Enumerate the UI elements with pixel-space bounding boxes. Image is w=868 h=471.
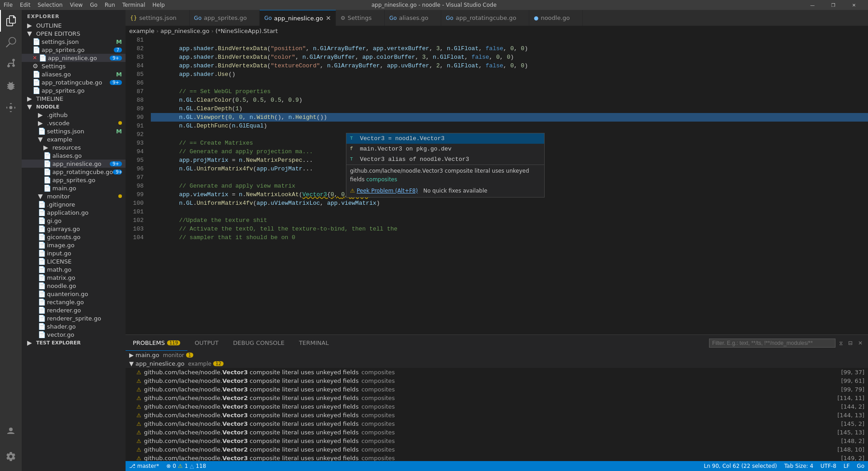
tab-close-app-nineslice[interactable]: ✕ [326, 15, 331, 21]
sidebar-aliases-go[interactable]: 📄 aliases.go [22, 151, 126, 160]
sidebar-editor-settings[interactable]: ⚙ Settings [22, 62, 126, 70]
tab-noodle[interactable]: ● noodle.go ✕ [529, 10, 583, 26]
sidebar-gi-go[interactable]: 📄 gi.go [22, 217, 126, 225]
sidebar-matrix-go[interactable]: 📄 matrix.go [22, 273, 126, 282]
sidebar-vector-go[interactable]: 📄 vector.go [22, 330, 126, 339]
status-ln-col[interactable]: Ln 90, Col 62 (22 selected) [700, 461, 780, 471]
sidebar-renderer-sprite-go[interactable]: 📄 renderer_sprite.go [22, 314, 126, 322]
sidebar-editor-app-rotatingcube[interactable]: 📄 app_rotatingcube.go 9+ [22, 78, 126, 86]
sidebar-monitor[interactable]: ▼ monitor [22, 192, 126, 200]
sidebar-main-go-example[interactable]: 📄 main.go [22, 184, 126, 192]
menu-help[interactable]: Help [153, 2, 165, 8]
activity-scm[interactable] [0, 53, 22, 75]
sidebar-outline[interactable]: ▶ OUTLINE [22, 21, 126, 29]
problem-item[interactable]: ⚠github.com/lachee/noodle.Vector3 compos… [126, 385, 868, 394]
collapse-all-icon[interactable]: ⊟ [846, 339, 854, 347]
minimize-button[interactable]: — [802, 0, 823, 10]
problem-group-main[interactable]: ▶ main.go monitor 1 [126, 351, 868, 359]
sidebar-resources[interactable]: ▶ resources [22, 143, 126, 151]
sidebar-editor-aliases[interactable]: 📄 aliases.go M [22, 70, 126, 78]
status-errors[interactable]: ⊗ 0 ⚠ 1 △ 118 [163, 461, 210, 471]
close-panel-icon[interactable]: ✕ [856, 339, 864, 347]
panel-tab-debug-console[interactable]: DEBUG CONSOLE [226, 335, 292, 351]
status-encoding[interactable]: UTF-8 [817, 461, 840, 471]
menu-go[interactable]: Go [90, 2, 98, 8]
sidebar-app-sprites-go[interactable]: 📄 app_sprites.go [22, 176, 126, 184]
status-branch[interactable]: ⎇ master* [126, 461, 163, 471]
problem-item[interactable]: ⚠github.com/lachee/noodle.Vector3 compos… [126, 437, 868, 445]
maximize-button[interactable]: ❐ [823, 0, 844, 10]
filter-icon[interactable]: ⧖ [837, 339, 845, 347]
sidebar-vscode[interactable]: ▶ .vscode [22, 119, 126, 127]
sidebar-settings-json[interactable]: 📄 settings.json M [22, 127, 126, 135]
sidebar-renderer-go[interactable]: 📄 renderer.go [22, 306, 126, 314]
breadcrumb-file[interactable]: app_nineslice.go [160, 28, 210, 34]
sidebar-scroll[interactable]: ▶ OUTLINE ▼ OPEN EDITORS 📄 settings.json… [22, 21, 126, 471]
status-tab-size[interactable]: Tab Size: 4 [781, 461, 817, 471]
tab-app-sprites[interactable]: Go app_sprites.go ✕ [190, 10, 260, 26]
problem-item[interactable]: ⚠github.com/lachee/noodle.Vector3 compos… [126, 454, 868, 461]
menu-terminal[interactable]: Terminal [122, 2, 145, 8]
status-language[interactable]: Go [853, 461, 868, 471]
breadcrumb-example[interactable]: example [129, 28, 154, 34]
menu-edit[interactable]: Edit [20, 2, 30, 8]
peek-problem-link[interactable]: Peek Problem (Alt+F8) [357, 187, 418, 195]
tab-aliases[interactable]: Go aliases.go ✕ [385, 10, 441, 26]
activity-debug[interactable] [0, 75, 22, 97]
status-line-ending[interactable]: LF [840, 461, 854, 471]
sidebar-test-explorer[interactable]: ▶ TEST EXPLORER [22, 339, 126, 347]
tab-settings[interactable]: ⚙ Settings ✕ [336, 10, 385, 26]
panel-tab-problems[interactable]: PROBLEMS 119 [126, 335, 187, 351]
tab-settings-json[interactable]: {} settings.json ✕ [126, 10, 190, 26]
sidebar-shader-go[interactable]: 📄 shader.go [22, 322, 126, 330]
problem-item[interactable]: ⚠github.com/lachee/noodle.Vector3 compos… [126, 402, 868, 411]
panel-tab-output[interactable]: OUTPUT [187, 335, 226, 351]
panel-tab-terminal[interactable]: TERMINAL [292, 335, 336, 351]
sidebar-application-go[interactable]: 📄 application.go [22, 208, 126, 217]
problem-item[interactable]: ⚠github.com/lachee/noodle.Vector2 compos… [126, 394, 868, 402]
sidebar-noodle-go[interactable]: 📄 noodle.go [22, 282, 126, 290]
autocomplete-item-2[interactable]: f main.Vector3 on pkg.go.dev [346, 144, 544, 154]
problem-group-nineslice[interactable]: ▼ app_nineslice.go example 12 [126, 359, 868, 368]
sidebar-app-rotatingcube-go[interactable]: 📄 app_rotatingcube.go 9+ [22, 168, 126, 176]
sidebar-editor-settings-json[interactable]: 📄 settings.json M [22, 38, 126, 46]
sidebar-quanterion-go[interactable]: 📄 quanterion.go [22, 290, 126, 298]
activity-search[interactable] [0, 32, 22, 53]
filter-input[interactable] [709, 339, 835, 348]
activity-extensions[interactable] [0, 97, 22, 118]
sidebar-input-go[interactable]: 📄 input.go [22, 249, 126, 257]
activity-explorer[interactable] [0, 10, 22, 32]
tab-app-nineslice[interactable]: Go app_nineslice.go ✕ [260, 10, 336, 26]
sidebar-giconsts-go[interactable]: 📄 giconsts.go [22, 233, 126, 241]
activity-settings[interactable] [0, 446, 22, 467]
sidebar-editor-app-nineslice[interactable]: ✕ 📄 app_nineslice.go 9+ [22, 54, 126, 62]
sidebar-github[interactable]: ▶ .github [22, 111, 126, 119]
autocomplete-item-3[interactable]: T Vector3 alias of noodle.Vector3 [346, 154, 544, 165]
sidebar-timeline[interactable]: ▶ TIMELINE [22, 94, 126, 103]
menu-file[interactable]: File [4, 2, 13, 8]
problem-item[interactable]: ⚠github.com/lachee/noodle.Vector3 compos… [126, 377, 868, 385]
breadcrumb-function[interactable]: (*NineSliceApp).Start [215, 28, 278, 34]
tab-app-rotatingcube[interactable]: Go app_rotatingcube.go ✕ [441, 10, 529, 26]
sidebar-giarrays-go[interactable]: 📄 giarrays.go [22, 225, 126, 233]
autocomplete-item-1[interactable]: T Vector3 = noodle.Vector3 [346, 133, 544, 144]
sidebar-app-nineslice-go[interactable]: 📄 app_nineslice.go 9+ [22, 160, 126, 168]
sidebar-example[interactable]: ▼ example [22, 135, 126, 143]
sidebar-image-go[interactable]: 📄 image.go [22, 241, 126, 249]
code-editor[interactable]: app.shader.BindVertexData("position", n.… [147, 36, 868, 334]
close-icon[interactable]: ✕ [33, 55, 37, 61]
sidebar-rectangle-go[interactable]: 📄 rectangle.go [22, 298, 126, 306]
sidebar-gitignore[interactable]: 📄 .gitignore [22, 200, 126, 208]
sidebar-noodle[interactable]: ▼ NOODLE [22, 103, 126, 111]
close-button[interactable]: ✕ [844, 0, 864, 10]
sidebar-open-editors[interactable]: ▼ OPEN EDITORS [22, 29, 126, 38]
problem-item[interactable]: ⚠github.com/lachee/noodle.Vector3 compos… [126, 419, 868, 428]
menu-selection[interactable]: Selection [37, 2, 62, 8]
sidebar-math-go[interactable]: 📄 math.go [22, 265, 126, 273]
menu-run[interactable]: Run [105, 2, 115, 8]
sidebar-license[interactable]: 📄 LICENSE [22, 257, 126, 265]
sidebar-editor-app-sprites[interactable]: 📄 app_sprites.go 7 [22, 46, 126, 54]
problem-item[interactable]: ⚠github.com/lachee/noodle.Vector3 compos… [126, 428, 868, 437]
activity-account[interactable] [0, 420, 22, 442]
sidebar-editor-app-sprites2[interactable]: 📄 app_sprites.go [22, 86, 126, 94]
